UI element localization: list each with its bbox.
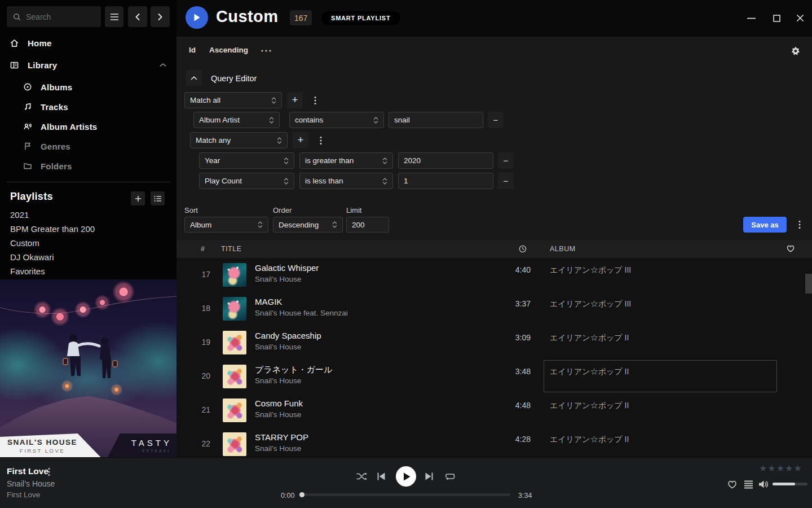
play-playlist-button[interactable] [186, 6, 208, 29]
remove-rule-button[interactable]: − [498, 152, 514, 169]
rating-stars[interactable]: ★★★★★ [759, 463, 802, 474]
elapsed-time: 0:00 [281, 492, 294, 500]
album-art-thumbnail [223, 331, 246, 354]
app-window: Home Library Albums Tracks Album Artists… [0, 0, 812, 508]
table-row[interactable]: 19 Candy Spaceship Snail’s House 3:09 エイ… [176, 326, 812, 360]
star-icon[interactable]: ★ [793, 463, 802, 473]
group-options-button[interactable] [316, 132, 325, 148]
play-pause-button[interactable] [396, 466, 416, 487]
volume-button[interactable] [758, 479, 769, 489]
order-value: Descending [279, 221, 319, 229]
add-rule-button[interactable]: + [287, 92, 303, 108]
sidebar-item-album-artists[interactable]: Album Artists [0, 118, 176, 135]
save-as-button[interactable]: Save as [743, 217, 787, 233]
star-icon[interactable]: ★ [785, 463, 793, 473]
track-list: 17 Galactic Whisper Snail’s House 4:40 エ… [176, 258, 812, 457]
track-title: Cosmo Funk [255, 398, 303, 408]
rule-field-select[interactable]: Album Artist [193, 112, 280, 128]
forward-button[interactable] [151, 6, 170, 27]
table-row[interactable]: 22 STARRY POP Snail’s House 4:28 エイリアン☆ポ… [176, 427, 812, 457]
rule-value-input[interactable] [398, 173, 493, 189]
table-row[interactable]: 20 プラネット・ガール Snail’s House 3:48 エイリアン☆ポッ… [176, 360, 812, 393]
remove-rule-button[interactable]: − [498, 173, 514, 189]
column-title[interactable]: TITLE [221, 245, 242, 253]
remove-rule-button[interactable]: − [488, 112, 504, 128]
table-row[interactable]: 21 Cosmo Funk Snail’s House 4:48 エイリアン☆ポ… [176, 393, 812, 427]
playlist-item[interactable]: DJ Okawari [10, 252, 54, 264]
rule-value-input[interactable] [389, 112, 483, 128]
volume-slider[interactable] [773, 483, 807, 485]
favorite-column-heart-icon[interactable] [787, 245, 795, 252]
playlist-item[interactable]: Custom [10, 238, 39, 249]
now-playing-options-button[interactable] [45, 467, 53, 476]
match-mode-select[interactable]: Match all [184, 92, 282, 108]
sidebar-item-tracks[interactable]: Tracks [0, 98, 176, 115]
track-number: 20 [191, 371, 210, 380]
previous-track-button[interactable] [376, 472, 387, 481]
skip-forward-icon [425, 472, 434, 481]
updown-icon [269, 116, 274, 125]
now-playing-cover-art[interactable]: SNAIL'S HOUSE FIRST LOVE TASTY ƎƎTAAXI [0, 279, 176, 457]
back-button[interactable] [128, 6, 147, 27]
minimize-button[interactable] [743, 11, 759, 25]
flag-icon [23, 142, 32, 151]
next-track-button[interactable] [423, 472, 435, 481]
rule-field-select[interactable]: Play Count [199, 173, 294, 189]
close-button[interactable] [792, 11, 808, 25]
track-duration: 4:40 [457, 265, 531, 274]
sidebar-item-albums[interactable]: Albums [0, 78, 176, 95]
rule-field-select[interactable]: Year [199, 152, 294, 169]
rule-operator-select[interactable]: contains [289, 112, 384, 128]
plus-icon [135, 195, 142, 202]
search-input[interactable] [26, 12, 95, 21]
rule-operator-select[interactable]: is greater than [299, 152, 393, 169]
search-box[interactable] [7, 6, 101, 27]
seek-handle[interactable] [299, 492, 304, 497]
sort-select[interactable]: Album [184, 217, 268, 233]
maximize-button[interactable] [769, 11, 784, 25]
match-mode-select[interactable]: Match any [190, 132, 288, 148]
sidebar-item-folders[interactable]: Folders [0, 157, 176, 174]
playlist-view-button[interactable] [151, 191, 165, 205]
play-icon [403, 472, 411, 481]
cover-album-title: FIRST LOVE [0, 448, 85, 454]
updown-icon [271, 96, 276, 105]
maximize-icon [773, 15, 780, 22]
rule-value-input[interactable] [398, 152, 493, 169]
order-select[interactable]: Descending [273, 217, 343, 233]
star-icon[interactable]: ★ [776, 463, 785, 473]
sidebar-item-label: Tracks [41, 102, 68, 112]
scrollbar-thumb[interactable] [805, 274, 812, 294]
star-icon[interactable]: ★ [759, 463, 767, 473]
save-options-button[interactable] [795, 217, 804, 233]
add-playlist-button[interactable] [131, 191, 145, 205]
table-row[interactable]: 17 Galactic Whisper Snail’s House 4:40 エ… [176, 258, 812, 292]
add-rule-button[interactable]: + [293, 132, 308, 148]
sidebar-item-genres[interactable]: Genres [0, 138, 176, 155]
table-row[interactable]: 18 MAGIK Snail’s House feat. Sennzai 3:3… [176, 292, 812, 326]
gear-icon[interactable] [791, 46, 800, 56]
seek-bar[interactable] [302, 493, 510, 496]
rule-operator-select[interactable]: is less than [299, 173, 393, 189]
repeat-button[interactable] [443, 471, 456, 481]
limit-input[interactable] [346, 217, 389, 233]
sort-direction-toggle[interactable]: Ascending [209, 46, 248, 54]
queue-button[interactable] [743, 480, 753, 489]
chevron-up-icon[interactable] [160, 63, 166, 67]
sidebar-item-home[interactable]: Home [0, 34, 176, 51]
playlist-item[interactable]: BPM Greater than 200 [10, 224, 95, 235]
star-icon[interactable]: ★ [767, 463, 776, 473]
shuffle-button[interactable] [356, 471, 368, 481]
sidebar-item-library[interactable]: Library [0, 56, 176, 73]
more-options-icon[interactable] [261, 50, 271, 52]
playlist-item[interactable]: Favorites [10, 266, 45, 278]
duration-column-clock-icon[interactable] [519, 245, 527, 253]
collapse-query-editor-button[interactable] [186, 70, 202, 86]
menu-button[interactable] [105, 6, 123, 27]
playlist-item[interactable]: 2021 [10, 210, 29, 221]
column-album[interactable]: ALBUM [550, 245, 576, 253]
sort-field-toggle[interactable]: Id [189, 46, 196, 54]
group-options-button[interactable] [311, 92, 320, 108]
column-index[interactable]: # [201, 245, 205, 253]
favorite-button[interactable] [726, 479, 738, 489]
